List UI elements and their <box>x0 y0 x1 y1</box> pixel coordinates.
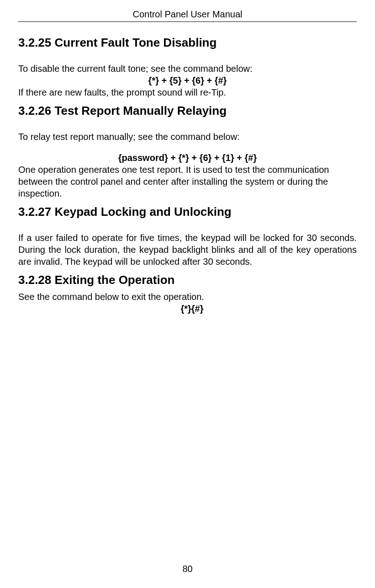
section-note: One operation generates one test report.… <box>18 164 357 199</box>
section-intro: See the command below to exit the operat… <box>18 291 357 303</box>
command-text: {*} + {5} + {6} + {#} <box>18 75 357 86</box>
section-intro: To relay test report manually; see the c… <box>18 131 357 143</box>
section-3-2-25: 3.2.25 Current Fault Tone Disabling To d… <box>18 36 357 98</box>
spacer <box>18 143 357 152</box>
command-text: {*}{#} <box>18 303 357 315</box>
section-note: If there are new faults, the prompt soun… <box>18 86 357 98</box>
section-3-2-26: 3.2.26 Test Report Manually Relaying To … <box>18 104 357 199</box>
section-intro: To disable the current fault tone; see t… <box>18 63 357 75</box>
section-3-2-27: 3.2.27 Keypad Locking and Unlocking If a… <box>18 205 357 267</box>
section-body: If a user failed to operate for five tim… <box>18 232 357 267</box>
command-text: {password} + {*} + {6} + {1} + {#} <box>18 152 357 164</box>
header-title: Control Panel User Manual <box>18 9 357 22</box>
section-heading: 3.2.27 Keypad Locking and Unlocking <box>18 205 357 219</box>
section-heading: 3.2.26 Test Report Manually Relaying <box>18 104 357 118</box>
document-page: Control Panel User Manual 3.2.25 Current… <box>0 0 375 588</box>
section-3-2-28: 3.2.28 Exiting the Operation See the com… <box>18 273 357 315</box>
section-heading: 3.2.25 Current Fault Tone Disabling <box>18 36 357 50</box>
section-heading: 3.2.28 Exiting the Operation <box>18 273 357 287</box>
page-number: 80 <box>0 564 375 574</box>
